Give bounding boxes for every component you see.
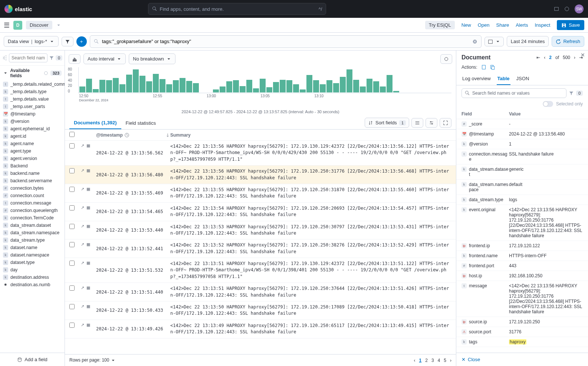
new-link[interactable]: New	[461, 22, 471, 28]
histogram-bar[interactable]	[133, 69, 139, 92]
doc-list[interactable]: ↗ ▦ 2024-12-22 @ 13:13:56.562 <142>Dec 2…	[65, 141, 456, 354]
histogram-bar[interactable]	[266, 87, 272, 92]
help-icon[interactable]	[564, 6, 569, 12]
histogram-bar[interactable]	[93, 89, 99, 92]
available-fields-header[interactable]: Available fields 323	[0, 66, 65, 81]
pager-first[interactable]: ⇤	[536, 55, 540, 60]
field-item[interactable]: kdata_stream.dataset	[1, 222, 63, 229]
histogram-bar[interactable]	[300, 89, 306, 92]
field-item[interactable]: tconnection.message	[1, 199, 63, 207]
histogram-bar[interactable]	[86, 79, 92, 92]
histogram-bar[interactable]	[166, 84, 172, 92]
view-doc-icon[interactable]: ▦	[86, 304, 91, 317]
col-timestamp[interactable]: @timestamp	[96, 133, 170, 138]
view-doc-icon[interactable]: ▦	[86, 143, 91, 163]
clear-icon[interactable]	[472, 39, 477, 44]
row-checkbox[interactable]	[69, 187, 75, 192]
pager-prev[interactable]: ‹	[414, 358, 415, 363]
histogram-bar[interactable]	[226, 81, 232, 92]
field-item[interactable]: kbackend.name	[1, 170, 63, 177]
app-name-chip[interactable]: Discover	[26, 21, 52, 29]
flyout-close-icon[interactable]: ✕	[581, 52, 585, 58]
field-item[interactable]: kdata_stream.type	[1, 236, 63, 244]
sort-desc-icon[interactable]	[165, 133, 170, 138]
row-checkbox[interactable]	[69, 224, 75, 229]
histogram-bar[interactable]	[213, 89, 219, 92]
interval-selector[interactable]: Auto interval	[83, 53, 126, 64]
view-doc-icon[interactable]: ▦	[86, 205, 91, 218]
doc-row[interactable]: ↗ ▦ 2024-12-22 @ 13:13:50.433 <142>Dec 2…	[65, 301, 456, 320]
toggle-chart-button[interactable]	[69, 54, 81, 64]
surrounding-docs-icon[interactable]	[490, 65, 495, 70]
field-value-row[interactable]: 📅@timestamp 2024-12-22 @ 13:13:56.480	[456, 129, 588, 139]
row-checkbox[interactable]	[69, 304, 75, 309]
histogram-bar[interactable]	[326, 80, 332, 92]
histogram-bar[interactable]	[106, 80, 112, 92]
histogram-bar[interactable]	[367, 79, 372, 92]
expand-icon[interactable]: ↗	[80, 285, 85, 298]
lens-button[interactable]	[440, 54, 452, 64]
select-all-checkbox[interactable]	[69, 132, 75, 137]
pager-page[interactable]: 4	[438, 358, 440, 363]
histogram-bar[interactable]	[320, 84, 326, 92]
collapse-icon[interactable]	[2, 55, 7, 61]
field-value-row[interactable]: iphost.ip 192.168.100.250	[456, 271, 588, 281]
expand-icon[interactable]: ↗	[80, 205, 85, 218]
share-link[interactable]: Share	[496, 22, 509, 28]
field-item[interactable]: kagent.name	[1, 140, 63, 147]
density-button[interactable]	[411, 118, 423, 128]
field-item[interactable]: k@version	[1, 118, 63, 125]
filter-icon[interactable]	[49, 55, 54, 61]
doc-row[interactable]: ↗ ▦ 2024-12-22 @ 13:13:56.480 <142>Dec 2…	[65, 166, 456, 184]
doc-row[interactable]: ↗ ▦ 2024-12-22 @ 13:13:56.562 <142>Dec 2…	[65, 141, 456, 166]
histogram-bar[interactable]	[340, 77, 346, 92]
selected-only-toggle[interactable]	[543, 101, 553, 107]
histogram-bar[interactable]	[146, 81, 152, 92]
calendar-button[interactable]	[484, 37, 504, 46]
field-list[interactable]: t_temp.details.related_commandk_temp.det…	[0, 81, 65, 353]
field-item[interactable]: #connection.bytes	[1, 184, 63, 192]
pager-next[interactable]: ›	[450, 358, 451, 363]
pager-page[interactable]: 1	[419, 358, 422, 363]
view-doc-icon[interactable]: ▦	[86, 224, 91, 237]
field-value-list[interactable]: #_score - 📅@timestamp 2024-12-22 @ 13:13…	[456, 119, 588, 353]
histogram-bar[interactable]	[193, 83, 199, 92]
histogram-bar[interactable]	[360, 86, 366, 92]
field-item[interactable]: #connection.queuelength	[1, 207, 63, 214]
flyout-close-link[interactable]: ✕Close	[456, 353, 588, 366]
histogram-bar[interactable]	[246, 80, 252, 92]
field-value-row[interactable]: kdata_stream.type logs	[456, 195, 588, 205]
field-item[interactable]: kagent.version	[1, 155, 63, 162]
field-item[interactable]: k_temp.details.type	[1, 88, 63, 95]
field-item[interactable]: kdestination.address	[1, 274, 63, 281]
pager-page[interactable]: 2	[425, 358, 428, 363]
histogram-bar[interactable]	[119, 84, 125, 92]
histogram-bar[interactable]	[233, 80, 239, 92]
histogram-bar[interactable]	[153, 74, 159, 92]
row-checkbox[interactable]	[69, 205, 75, 210]
histogram-bar[interactable]	[333, 83, 339, 92]
tab-log-overview[interactable]: Log overview	[461, 73, 492, 85]
tab-json[interactable]: JSON	[516, 73, 530, 85]
histogram-bar[interactable]	[253, 88, 259, 92]
doc-row[interactable]: ↗ ▦ 2024-12-22 @ 13:13:51.440 <142>Dec 2…	[65, 283, 456, 301]
expand-icon[interactable]: ↗	[80, 323, 85, 336]
sort-fields-button[interactable]: Sort fields 1	[365, 118, 409, 128]
field-item[interactable]: kdata_stream.namespace	[1, 229, 63, 236]
news-icon[interactable]	[554, 6, 559, 12]
histogram-bar[interactable]	[173, 80, 179, 92]
histogram-bar[interactable]	[240, 86, 246, 92]
expand-icon[interactable]: ↗	[80, 187, 85, 200]
refresh-button[interactable]: Refresh	[552, 36, 584, 47]
field-item[interactable]: kday	[1, 266, 63, 274]
expand-icon[interactable]: ↗	[80, 261, 85, 280]
histogram-bar[interactable]	[387, 75, 392, 92]
doc-row[interactable]: ↗ ▦ 2024-12-22 @ 13:13:53.440 <142>Dec 2…	[65, 221, 456, 240]
field-value-row[interactable]: kevent.original <142>Dec 22 13:13:56 HAP…	[456, 205, 588, 241]
expand-icon[interactable]: ↗	[80, 224, 85, 237]
row-checkbox[interactable]	[69, 261, 75, 266]
field-value-row[interactable]: kfrontend.name HTTPS-intern-OFF	[456, 251, 588, 261]
tab-field-statistics[interactable]: Field statistics	[121, 117, 161, 129]
field-item[interactable]: t_temp.user_parts	[1, 103, 63, 110]
field-value-row[interactable]: tconnection.message SSL handshake failur…	[456, 149, 588, 164]
